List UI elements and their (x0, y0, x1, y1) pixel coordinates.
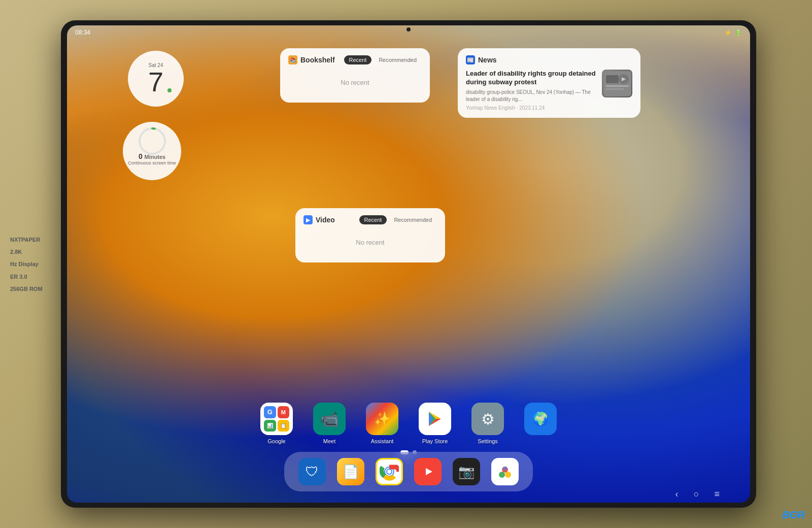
svg-point-21 (499, 472, 505, 478)
meet-icon-wrap: 📹 (313, 403, 346, 435)
clock-widget[interactable]: Sat 24 7 (128, 51, 184, 107)
dock-shield-app[interactable]: 🛡 (298, 458, 326, 485)
bookshelf-tab-recommended[interactable]: Recommended (374, 55, 422, 64)
recents-button[interactable]: ≡ (714, 489, 720, 500)
video-tabs: Recent Recommended (359, 215, 437, 224)
svg-point-22 (503, 467, 507, 471)
svg-rect-5 (606, 88, 624, 90)
dock-photos-app[interactable] (491, 458, 519, 485)
settings-icon-wrap: ⚙ (471, 403, 504, 435)
brand-label: NXTPAPER (10, 234, 43, 246)
screentime-widget[interactable]: 0 Minutes Continuous screen time (123, 122, 181, 180)
news-widget-header: 📰 News (466, 55, 632, 64)
clock-day-number: 7 (148, 68, 163, 95)
tablet-screen: 08:34 ⚡ 🔋 Sat 24 7 0 Minutes (67, 25, 750, 503)
spec-version: ER 3.0 (10, 270, 43, 282)
back-button[interactable]: ‹ (675, 489, 679, 500)
clock-dot (167, 88, 172, 92)
tablet-device: 08:34 ⚡ 🔋 Sat 24 7 0 Minutes (61, 20, 756, 508)
news-headline: Leader of disability rights group detain… (466, 70, 597, 87)
status-bar: 08:34 ⚡ 🔋 (67, 25, 750, 40)
settings-label: Settings (478, 438, 498, 444)
assistant-icon-wrap: ✨ (366, 403, 398, 435)
svg-rect-3 (606, 75, 619, 83)
app-browser[interactable]: 🌍 (524, 403, 557, 444)
video-widget[interactable]: ▶ Video Recent Recommended No recent (295, 208, 445, 262)
video-title: Video (316, 216, 335, 224)
bookshelf-widget[interactable]: 📚 Bookshelf Recent Recommended No recent (280, 48, 430, 103)
video-widget-header: ▶ Video Recent Recommended (303, 215, 437, 224)
bgr-watermark: BGR (783, 509, 805, 521)
bookshelf-no-recent: No recent (288, 70, 422, 95)
camera-icon: 📷 (458, 464, 475, 480)
youtube-icon (419, 463, 436, 480)
meet-label: Meet (323, 438, 335, 444)
news-thumb-svg (603, 71, 631, 96)
app-settings[interactable]: ⚙ Settings (471, 403, 504, 444)
bookshelf-tabs: Recent Recommended (344, 55, 422, 64)
dock-files-app[interactable]: 📄 (337, 458, 364, 485)
google-icon-wrap: G M 📊 📋 (260, 403, 293, 435)
assistant-label: Assistant (371, 438, 394, 444)
app-icons-row: G M 📊 📋 Google 📹 Meet ✨ (67, 403, 750, 444)
bookshelf-title-row: 📚 Bookshelf (288, 55, 335, 64)
video-no-recent: No recent (303, 229, 437, 255)
news-snippet: disability group-police SEOUL, Nov 24 (Y… (466, 89, 597, 103)
google-grid-icon: G M 📊 📋 (264, 406, 289, 432)
shield-icon: 🛡 (306, 464, 319, 480)
home-button[interactable]: ○ (694, 489, 699, 500)
photos-icon (496, 463, 514, 481)
bookshelf-title: Bookshelf (300, 56, 335, 64)
bluetooth-icon: ⚡ (725, 29, 732, 36)
news-app-icon: 📰 (466, 55, 475, 64)
screentime-ring-svg (137, 126, 167, 156)
bookshelf-app-icon: 📚 (288, 55, 297, 64)
files-icon: 📄 (343, 464, 359, 480)
spec-res: 2.8K (10, 246, 43, 258)
bookshelf-tab-recent[interactable]: Recent (344, 55, 372, 64)
chrome-icon (380, 462, 399, 481)
settings-icon: ⚙ (481, 410, 495, 428)
playstore-icon-wrap (419, 403, 451, 435)
svg-point-0 (140, 128, 165, 154)
svg-rect-2 (603, 71, 631, 96)
bookshelf-widget-header: 📚 Bookshelf Recent Recommended (288, 55, 422, 64)
svg-point-20 (505, 472, 511, 478)
device-spec-panel: NXTPAPER 2.8K Hz Display ER 3.0 256GB RO… (10, 234, 43, 295)
spec-display: Hz Display (10, 258, 43, 270)
video-title-row: ▶ Video (303, 215, 335, 224)
dock-youtube-app[interactable] (414, 458, 442, 485)
svg-rect-4 (606, 85, 629, 87)
app-assistant[interactable]: ✨ Assistant (366, 403, 398, 444)
svg-point-16 (387, 470, 391, 474)
dock-chrome-app[interactable] (376, 458, 403, 485)
assistant-icon: ✨ (374, 411, 390, 427)
news-source: Yonhap News English · 2023.11.24 (466, 105, 597, 111)
video-tab-recent[interactable]: Recent (359, 215, 387, 224)
browser-icon-wrap: 🌍 (524, 403, 557, 435)
dock: 🛡 📄 (284, 452, 533, 491)
news-content: Leader of disability rights group detain… (466, 70, 632, 111)
news-title-row: 📰 News (466, 55, 497, 64)
dock-camera-app[interactable]: 📷 (453, 458, 480, 485)
battery-icon: 🔋 (735, 29, 742, 36)
status-icons: ⚡ 🔋 (725, 29, 742, 36)
status-time: 08:34 (75, 29, 90, 36)
app-google[interactable]: G M 📊 📋 Google (260, 403, 293, 444)
navigation-bar: ‹ ○ ≡ (675, 489, 720, 500)
playstore-icon (426, 410, 444, 428)
playstore-label: Play Store (422, 438, 448, 444)
news-widget[interactable]: 📰 News Leader of disability rights group… (458, 48, 640, 118)
app-playstore[interactable]: Play Store (419, 403, 451, 444)
meet-icon: 📹 (320, 410, 339, 428)
browser-icon: 🌍 (532, 411, 549, 427)
video-tab-recommended[interactable]: Recommended (389, 215, 437, 224)
google-label: Google (267, 438, 285, 444)
app-meet[interactable]: 📹 Meet (313, 403, 346, 444)
video-app-icon: ▶ (303, 215, 313, 224)
news-text-area: Leader of disability rights group detain… (466, 70, 597, 111)
spec-storage: 256GB ROM (10, 282, 43, 294)
news-title: News (478, 56, 497, 64)
news-thumbnail (602, 70, 632, 97)
screentime-label: Continuous screen time (128, 160, 176, 166)
